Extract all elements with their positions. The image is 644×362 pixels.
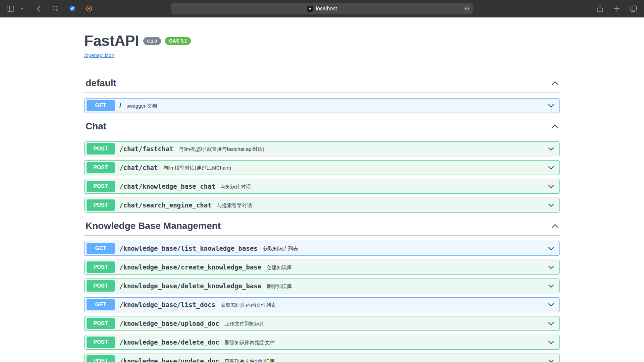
expand-chevron-down-icon[interactable] — [548, 322, 554, 325]
endpoint-summary: 上传文件到知识库 — [224, 320, 265, 327]
section-title: Knowledge Base Management — [86, 221, 221, 231]
expand-chevron-down-icon[interactable] — [548, 341, 554, 344]
section-title: default — [86, 78, 116, 88]
expand-chevron-down-icon[interactable] — [548, 284, 554, 288]
collapse-chevron-up-icon[interactable] — [552, 124, 558, 128]
operations-list: POST /chat/fastchat 与llm模型对话(直接与fastchat… — [84, 141, 560, 213]
expand-chevron-down-icon[interactable] — [548, 203, 554, 207]
operations-list: GET / swagger 文档 — [84, 98, 560, 113]
tab-overview-icon[interactable] — [629, 4, 638, 13]
operations-list: GET /knowledge_base/list_knowledge_bases… — [84, 241, 560, 362]
endpoint-summary: 创建知识库 — [267, 264, 292, 271]
method-badge: POST — [87, 355, 115, 362]
site-favicon — [307, 6, 313, 12]
endpoint-path: /knowledge_base/list_knowledge_bases — [119, 245, 258, 252]
endpoint-row[interactable]: POST /knowledge_base/update_doc 更新现有文件到知… — [84, 354, 560, 362]
method-badge: POST — [87, 181, 115, 192]
toolbar-left — [6, 4, 93, 13]
endpoint-summary: swagger 文档 — [126, 102, 157, 109]
endpoint-row[interactable]: POST /knowledge_base/upload_doc 上传文件到知识库 — [84, 316, 560, 331]
collapse-chevron-up-icon[interactable] — [552, 81, 558, 85]
endpoint-row[interactable]: POST /chat/search_engine_chat 与搜索引擎对话 — [84, 198, 560, 213]
swagger-ui-page: FastAPI 0.1.0 OAS 3.1 /openapi.json defa… — [84, 17, 560, 362]
endpoint-summary: 删除知识库 — [267, 283, 292, 290]
section-title: Chat — [86, 121, 106, 132]
endpoint-path: /knowledge_base/upload_doc — [119, 320, 219, 327]
pinned-tab-blue-icon[interactable] — [68, 4, 76, 13]
method-badge: GET — [87, 299, 115, 310]
share-icon[interactable] — [596, 4, 604, 13]
endpoint-summary: 与知识库对话 — [221, 183, 251, 190]
endpoint-summary: 获取知识库列表 — [263, 245, 298, 252]
endpoint-path: /chat/search_engine_chat — [119, 201, 212, 209]
oas-badge: OAS 3.1 — [165, 37, 191, 45]
chevron-down-icon[interactable] — [17, 4, 26, 13]
api-tag-section: Knowledge Base Management GET /knowledge… — [84, 219, 560, 362]
version-badge: 0.1.0 — [143, 37, 161, 45]
openapi-spec-link[interactable]: /openapi.json — [84, 52, 114, 58]
section-header[interactable]: Knowledge Base Management — [84, 219, 560, 236]
back-icon[interactable] — [34, 4, 43, 13]
browser-toolbar: localhost — [0, 0, 644, 17]
endpoint-summary: 与llm模型对话(通过LLMChain) — [163, 164, 231, 171]
expand-chevron-down-icon[interactable] — [548, 359, 554, 362]
endpoint-row[interactable]: POST /knowledge_base/delete_knowledge_ba… — [84, 279, 560, 293]
endpoint-summary: 更新现有文件到知识库 — [224, 358, 275, 362]
search-icon[interactable] — [51, 4, 60, 13]
expand-chevron-down-icon[interactable] — [548, 303, 554, 307]
page-settings-icon[interactable] — [464, 5, 470, 13]
endpoint-row[interactable]: POST /chat/fastchat 与llm模型对话(直接与fastchat… — [84, 141, 560, 156]
page-title: FastAPI — [84, 33, 139, 49]
collapse-chevron-up-icon[interactable] — [552, 224, 558, 228]
endpoint-row[interactable]: GET /knowledge_base/list_docs 获取知识库内的文件列… — [84, 297, 560, 312]
new-tab-icon[interactable] — [612, 4, 621, 13]
expand-chevron-down-icon[interactable] — [548, 147, 554, 151]
method-badge: POST — [87, 318, 115, 329]
method-badge: POST — [87, 337, 115, 348]
endpoint-row[interactable]: POST /knowledge_base/delete_doc 删除知识库内指定… — [84, 335, 560, 350]
endpoint-path: /knowledge_base/update_doc — [119, 357, 219, 362]
expand-chevron-down-icon[interactable] — [548, 265, 554, 269]
endpoint-row[interactable]: GET / swagger 文档 — [84, 98, 560, 113]
method-badge: GET — [87, 243, 115, 254]
endpoint-row[interactable]: POST /knowledge_base/create_knowledge_ba… — [84, 260, 560, 275]
method-badge: POST — [87, 143, 115, 155]
pinned-tab-orange-icon[interactable] — [85, 4, 93, 13]
toolbar-right — [596, 4, 638, 13]
expand-chevron-down-icon[interactable] — [548, 247, 554, 250]
endpoint-path: /knowledge_base/delete_knowledge_base — [119, 282, 261, 290]
api-info: FastAPI 0.1.0 OAS 3.1 /openapi.json — [84, 17, 560, 58]
endpoint-summary: 与llm模型对话(直接与fastchat api对话) — [178, 145, 264, 153]
endpoint-summary: 删除知识库内指定文件 — [224, 339, 275, 346]
endpoint-path: /chat/knowledge_base_chat — [119, 183, 215, 190]
method-badge: POST — [87, 261, 115, 273]
endpoint-summary: 与搜索引擎对话 — [217, 202, 252, 209]
address-bar[interactable]: localhost — [171, 3, 473, 14]
endpoint-path: /knowledge_base/delete_doc — [119, 339, 219, 346]
endpoint-path: /chat/fastchat — [119, 145, 173, 153]
endpoint-summary: 获取知识库内的文件列表 — [221, 301, 276, 308]
method-badge: GET — [87, 100, 115, 111]
endpoint-row[interactable]: GET /knowledge_base/list_knowledge_bases… — [84, 241, 560, 256]
endpoint-path: /chat/chat — [119, 164, 158, 171]
method-badge: POST — [87, 280, 115, 292]
section-header[interactable]: Chat — [84, 119, 560, 136]
url-text: localhost — [316, 6, 337, 12]
sections-container: default GET / swagger 文档 Chat — [84, 76, 560, 362]
expand-chevron-down-icon[interactable] — [548, 185, 554, 188]
endpoint-row[interactable]: POST /chat/knowledge_base_chat 与知识库对话 — [84, 179, 560, 194]
endpoint-row[interactable]: POST /chat/chat 与llm模型对话(通过LLMChain) — [84, 160, 560, 175]
api-tag-section: Chat POST /chat/fastchat 与llm模型对话(直接与fas… — [84, 119, 560, 213]
expand-chevron-down-icon[interactable] — [548, 104, 554, 108]
method-badge: POST — [87, 162, 115, 173]
endpoint-path: / — [119, 102, 121, 109]
endpoint-path: /knowledge_base/list_docs — [119, 301, 215, 308]
endpoint-path: /knowledge_base/create_knowledge_base — [119, 263, 261, 271]
sidebar-toggle-icon[interactable] — [6, 4, 15, 13]
expand-chevron-down-icon[interactable] — [548, 166, 554, 170]
api-tag-section: default GET / swagger 文档 — [84, 76, 560, 113]
method-badge: POST — [87, 199, 115, 211]
section-header[interactable]: default — [84, 76, 560, 93]
